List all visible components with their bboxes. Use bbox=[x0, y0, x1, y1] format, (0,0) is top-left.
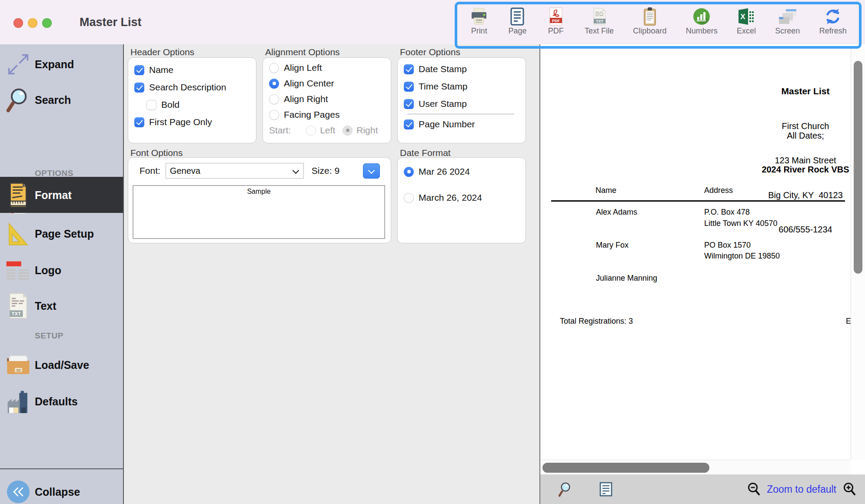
pdf-icon: PDF bbox=[546, 7, 566, 26]
radio-label: March 26, 2024 bbox=[419, 192, 482, 203]
sidebar-section-setup: SETUP bbox=[35, 331, 63, 341]
toolbar-label: Numbers bbox=[686, 27, 718, 36]
radio-row-date-short: Mar 26 2024 bbox=[398, 164, 526, 179]
checkbox-label: Date Stamp bbox=[419, 64, 467, 74]
svg-text:X: X bbox=[740, 13, 745, 21]
start-left-label: Left bbox=[320, 125, 335, 136]
sidebar-divider bbox=[0, 468, 123, 469]
svg-text:PDF: PDF bbox=[552, 19, 560, 23]
font-options-panel: Font: Geneva Size: 9 Sample bbox=[128, 157, 391, 243]
excel-icon: X bbox=[737, 7, 756, 26]
font-label: Font: bbox=[140, 166, 160, 176]
zoom-to-default-link[interactable]: Zoom to default bbox=[767, 484, 836, 495]
excel-button[interactable]: X Excel bbox=[737, 7, 756, 36]
clipboard-button[interactable]: Clipboard bbox=[633, 7, 666, 36]
sidebar-item-logo[interactable]: Logo bbox=[0, 253, 123, 288]
sidebar-item-page-setup[interactable]: Page Setup bbox=[0, 216, 123, 251]
column-header-address: Address bbox=[704, 186, 733, 195]
minimize-window-button[interactable] bbox=[28, 18, 37, 28]
start-left-radio[interactable] bbox=[306, 126, 316, 136]
checkbox-label: Page Number bbox=[419, 119, 475, 129]
horizontal-scrollbar[interactable] bbox=[540, 460, 851, 475]
font-options-title: Font Options bbox=[130, 148, 183, 158]
zoom-out-icon[interactable] bbox=[747, 482, 761, 497]
date-stamp-checkbox[interactable] bbox=[404, 64, 414, 74]
pdf-button[interactable]: PDF PDF bbox=[546, 7, 566, 36]
align-center-radio[interactable] bbox=[269, 79, 279, 89]
font-select[interactable]: Geneva bbox=[166, 163, 304, 179]
page-button[interactable]: Page bbox=[508, 7, 527, 36]
sidebar-item-format[interactable]: Format bbox=[0, 177, 123, 213]
zoom-window-button[interactable] bbox=[42, 18, 52, 28]
vertical-scrollbar[interactable] bbox=[851, 49, 865, 460]
magnifier-icon[interactable] bbox=[558, 481, 572, 497]
radio-row-align-left: Align Left bbox=[263, 60, 391, 76]
print-button[interactable]: Print bbox=[469, 7, 489, 36]
font-sample-text: Sample bbox=[133, 188, 384, 196]
sidebar-item-load-save[interactable]: Load/Save bbox=[0, 348, 123, 382]
refresh-button[interactable]: Refresh bbox=[819, 7, 847, 36]
format-options-area: Header Options Name Search Description B… bbox=[125, 44, 539, 504]
screen-icon bbox=[778, 7, 797, 26]
toolbar-label: Text File bbox=[585, 27, 614, 36]
size-label: Size: 9 bbox=[312, 166, 339, 176]
report-org: First Church bbox=[673, 120, 865, 132]
date-format-short-radio[interactable] bbox=[404, 167, 414, 177]
user-stamp-checkbox[interactable] bbox=[404, 99, 414, 109]
checkbox-label: Search Description bbox=[149, 82, 226, 93]
report-dates: All Dates; bbox=[673, 131, 865, 141]
alignment-options-panel: Align Left Align Center Align Right Faci… bbox=[263, 57, 391, 143]
align-left-radio[interactable] bbox=[269, 63, 279, 73]
sidebar-item-expand[interactable]: Expand bbox=[0, 47, 123, 82]
factory-icon bbox=[5, 388, 31, 414]
name-checkbox[interactable] bbox=[134, 65, 144, 75]
start-right-radio[interactable] bbox=[343, 126, 353, 136]
sidebar-item-label: Search bbox=[35, 94, 71, 106]
alignment-options-title: Alignment Options bbox=[265, 47, 340, 57]
page-number-checkbox[interactable] bbox=[404, 119, 414, 129]
checkbox-label: User Stamp bbox=[419, 99, 467, 109]
checkbox-row-user-stamp: User Stamp bbox=[398, 95, 526, 113]
svg-text:TXT: TXT bbox=[596, 19, 604, 23]
checkbox-row-date-stamp: Date Stamp bbox=[398, 60, 526, 78]
zoom-in-icon[interactable] bbox=[842, 482, 856, 497]
sidebar-item-defaults[interactable]: Defaults bbox=[0, 384, 123, 419]
vertical-scrollbar-thumb[interactable] bbox=[854, 61, 862, 274]
search-description-checkbox[interactable] bbox=[134, 83, 144, 93]
toolbar-label: Refresh bbox=[819, 27, 847, 36]
sidebar-item-search[interactable]: Search bbox=[0, 83, 123, 117]
first-page-only-checkbox[interactable] bbox=[134, 117, 144, 127]
sidebar-item-label: Defaults bbox=[35, 395, 78, 408]
date-format-long-radio[interactable] bbox=[404, 193, 414, 203]
text-file-icon: TXT bbox=[5, 293, 31, 319]
printer-icon bbox=[469, 7, 489, 26]
radio-label: Facing Pages bbox=[284, 109, 339, 120]
close-window-button[interactable] bbox=[13, 18, 23, 28]
sidebar: Expand Search OPTIONS Report Format bbox=[0, 44, 124, 504]
font-row: Font: Geneva Size: 9 bbox=[140, 163, 391, 179]
row-name: Mary Fox bbox=[596, 241, 629, 250]
horizontal-scrollbar-thumb[interactable] bbox=[542, 463, 709, 473]
report-title: Master List bbox=[673, 86, 865, 97]
radio-row-date-long: March 26, 2024 bbox=[398, 190, 526, 206]
radio-row-align-center: Align Center bbox=[263, 76, 391, 91]
screen-button[interactable]: Screen bbox=[775, 7, 800, 36]
report-page-icon[interactable] bbox=[599, 482, 612, 497]
sidebar-item-collapse[interactable]: Collapse bbox=[0, 474, 123, 504]
numbers-button[interactable]: Numbers bbox=[686, 7, 718, 36]
sidebar-item-text[interactable]: TXT Text bbox=[0, 288, 123, 323]
radio-label: Align Center bbox=[284, 78, 334, 89]
text-file-button[interactable]: TXT Text File bbox=[585, 7, 614, 36]
time-stamp-checkbox[interactable] bbox=[404, 82, 414, 92]
format-icon bbox=[5, 182, 31, 208]
sidebar-item-label: Load/Save bbox=[35, 359, 89, 371]
align-right-radio[interactable] bbox=[269, 94, 279, 104]
report-header-block: Master List First Church 123 Main Street… bbox=[673, 63, 865, 259]
window-title: Master List bbox=[80, 16, 142, 29]
size-dropdown-button[interactable] bbox=[363, 163, 380, 179]
bold-checkbox[interactable] bbox=[146, 100, 156, 110]
radio-row-facing-pages: Facing Pages bbox=[263, 107, 391, 123]
row-name: Alex Adams bbox=[596, 208, 637, 217]
facing-pages-radio[interactable] bbox=[269, 110, 279, 120]
sidebar-item-label: Format bbox=[35, 189, 72, 201]
